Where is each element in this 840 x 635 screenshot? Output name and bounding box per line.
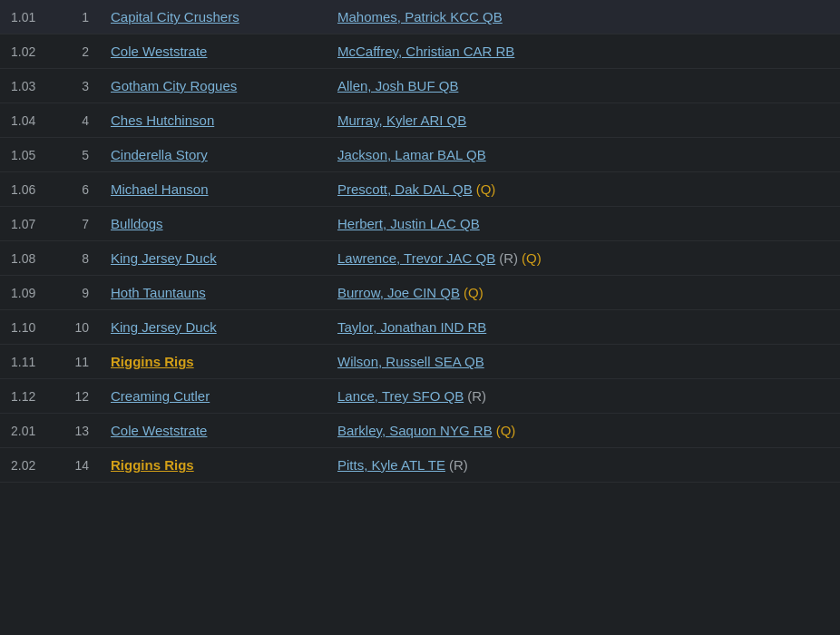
team-link[interactable]: Riggins Rigs <box>111 457 194 473</box>
team-name-cell[interactable]: Cinderella Story <box>100 138 327 172</box>
team-name-cell[interactable]: King Jersey Duck <box>100 241 327 276</box>
team-name-cell[interactable]: Cole Weststrate <box>100 414 327 448</box>
overall-pick-number: 7 <box>63 207 100 241</box>
player-cell[interactable]: Herbert, Justin LAC QB <box>327 207 840 241</box>
table-row: 1.022Cole WeststrateMcCaffrey, Christian… <box>0 34 840 69</box>
player-cell[interactable]: McCaffrey, Christian CAR RB <box>327 34 840 69</box>
player-cell[interactable]: Barkley, Saquon NYG RB(Q) <box>327 414 840 448</box>
player-link[interactable]: Allen, Josh BUF QB <box>337 78 458 93</box>
player-link[interactable]: Lawrence, Trevor JAC QB <box>337 250 495 266</box>
overall-pick-number: 11 <box>63 345 100 379</box>
team-name-cell[interactable]: Riggins Rigs <box>100 448 327 483</box>
pick-number: 1.11 <box>0 345 63 379</box>
team-name-cell[interactable]: Creaming Cutler <box>100 379 327 414</box>
player-cell[interactable]: Taylor, Jonathan IND RB <box>327 310 840 345</box>
overall-pick-number: 10 <box>63 310 100 345</box>
team-link[interactable]: Gotham City Rogues <box>111 78 237 93</box>
table-row: 1.1010King Jersey DuckTaylor, Jonathan I… <box>0 310 840 345</box>
team-link[interactable]: King Jersey Duck <box>111 319 217 335</box>
player-cell[interactable]: Jackson, Lamar BAL QB <box>327 138 840 172</box>
team-link[interactable]: Bulldogs <box>111 216 163 231</box>
team-name-cell[interactable]: Bulldogs <box>100 207 327 241</box>
rookie-badge: (R) <box>467 388 486 404</box>
player-cell[interactable]: Lance, Trey SFO QB(R) <box>327 379 840 414</box>
player-cell[interactable]: Allen, Josh BUF QB <box>327 69 840 103</box>
rookie-badge: (R) <box>499 250 518 266</box>
player-link[interactable]: Herbert, Justin LAC QB <box>337 216 480 231</box>
overall-pick-number: 4 <box>63 103 100 138</box>
player-link[interactable]: Lance, Trey SFO QB <box>337 388 464 404</box>
overall-pick-number: 8 <box>63 241 100 276</box>
questionable-badge: (Q) <box>464 285 483 300</box>
team-name-cell[interactable]: Michael Hanson <box>100 172 327 207</box>
table-row: 1.077BulldogsHerbert, Justin LAC QB <box>0 207 840 241</box>
overall-pick-number: 14 <box>63 448 100 483</box>
overall-pick-number: 12 <box>63 379 100 414</box>
player-link[interactable]: Murray, Kyler ARI QB <box>337 112 466 128</box>
overall-pick-number: 2 <box>63 34 100 69</box>
team-name-cell[interactable]: Gotham City Rogues <box>100 69 327 103</box>
team-name-cell[interactable]: Hoth Tauntauns <box>100 276 327 310</box>
pick-number: 1.01 <box>0 0 63 34</box>
table-row: 1.066Michael HansonPrescott, Dak DAL QB(… <box>0 172 840 207</box>
team-link[interactable]: Hoth Tauntauns <box>111 285 206 300</box>
overall-pick-number: 6 <box>63 172 100 207</box>
player-cell[interactable]: Burrow, Joe CIN QB(Q) <box>327 276 840 310</box>
player-link[interactable]: Jackson, Lamar BAL QB <box>337 147 486 162</box>
player-cell[interactable]: Mahomes, Patrick KCC QB <box>327 0 840 34</box>
team-name-cell[interactable]: King Jersey Duck <box>100 310 327 345</box>
player-link[interactable]: Wilson, Russell SEA QB <box>337 354 484 369</box>
rookie-badge: (R) <box>449 457 468 473</box>
team-link[interactable]: Creaming Cutler <box>111 388 210 404</box>
pick-number: 1.06 <box>0 172 63 207</box>
player-link[interactable]: McCaffrey, Christian CAR RB <box>337 44 514 59</box>
team-link[interactable]: Riggins Rigs <box>111 354 194 369</box>
team-name-cell[interactable]: Ches Hutchinson <box>100 103 327 138</box>
table-row: 1.033Gotham City RoguesAllen, Josh BUF Q… <box>0 69 840 103</box>
team-link[interactable]: Ches Hutchinson <box>111 112 214 128</box>
table-row: 1.044Ches HutchinsonMurray, Kyler ARI QB <box>0 103 840 138</box>
player-link[interactable]: Taylor, Jonathan IND RB <box>337 319 486 335</box>
overall-pick-number: 5 <box>63 138 100 172</box>
pick-number: 1.02 <box>0 34 63 69</box>
player-cell[interactable]: Lawrence, Trevor JAC QB(R)(Q) <box>327 241 840 276</box>
questionable-badge: (Q) <box>522 250 542 266</box>
player-link[interactable]: Mahomes, Patrick KCC QB <box>337 9 503 24</box>
team-link[interactable]: Cinderella Story <box>111 147 208 162</box>
player-link[interactable]: Pitts, Kyle ATL TE <box>337 457 445 473</box>
table-row: 2.0214Riggins RigsPitts, Kyle ATL TE(R) <box>0 448 840 483</box>
team-name-cell[interactable]: Riggins Rigs <box>100 345 327 379</box>
player-link[interactable]: Burrow, Joe CIN QB <box>337 285 460 300</box>
pick-number: 2.02 <box>0 448 63 483</box>
table-row: 2.0113Cole WeststrateBarkley, Saquon NYG… <box>0 414 840 448</box>
team-link[interactable]: Cole Weststrate <box>111 44 207 59</box>
draft-table: 1.011Capital City CrushersMahomes, Patri… <box>0 0 840 483</box>
team-link[interactable]: Capital City Crushers <box>111 9 239 24</box>
pick-number: 1.07 <box>0 207 63 241</box>
team-link[interactable]: King Jersey Duck <box>111 250 217 266</box>
overall-pick-number: 13 <box>63 414 100 448</box>
pick-number: 2.01 <box>0 414 63 448</box>
player-link[interactable]: Prescott, Dak DAL QB <box>337 181 473 197</box>
player-cell[interactable]: Prescott, Dak DAL QB(Q) <box>327 172 840 207</box>
team-name-cell[interactable]: Cole Weststrate <box>100 34 327 69</box>
table-row: 1.088King Jersey DuckLawrence, Trevor JA… <box>0 241 840 276</box>
team-link[interactable]: Cole Weststrate <box>111 423 207 438</box>
table-row: 1.1111Riggins RigsWilson, Russell SEA QB <box>0 345 840 379</box>
team-link[interactable]: Michael Hanson <box>111 181 209 197</box>
player-link[interactable]: Barkley, Saquon NYG RB <box>337 423 493 438</box>
pick-number: 1.08 <box>0 241 63 276</box>
pick-number: 1.09 <box>0 276 63 310</box>
pick-number: 1.03 <box>0 69 63 103</box>
overall-pick-number: 3 <box>63 69 100 103</box>
player-cell[interactable]: Pitts, Kyle ATL TE(R) <box>327 448 840 483</box>
table-row: 1.099Hoth TauntaunsBurrow, Joe CIN QB(Q) <box>0 276 840 310</box>
pick-number: 1.04 <box>0 103 63 138</box>
table-row: 1.011Capital City CrushersMahomes, Patri… <box>0 0 840 34</box>
questionable-badge: (Q) <box>476 181 496 197</box>
pick-number: 1.10 <box>0 310 63 345</box>
table-row: 1.1212Creaming CutlerLance, Trey SFO QB(… <box>0 379 840 414</box>
team-name-cell[interactable]: Capital City Crushers <box>100 0 327 34</box>
player-cell[interactable]: Wilson, Russell SEA QB <box>327 345 840 379</box>
player-cell[interactable]: Murray, Kyler ARI QB <box>327 103 840 138</box>
